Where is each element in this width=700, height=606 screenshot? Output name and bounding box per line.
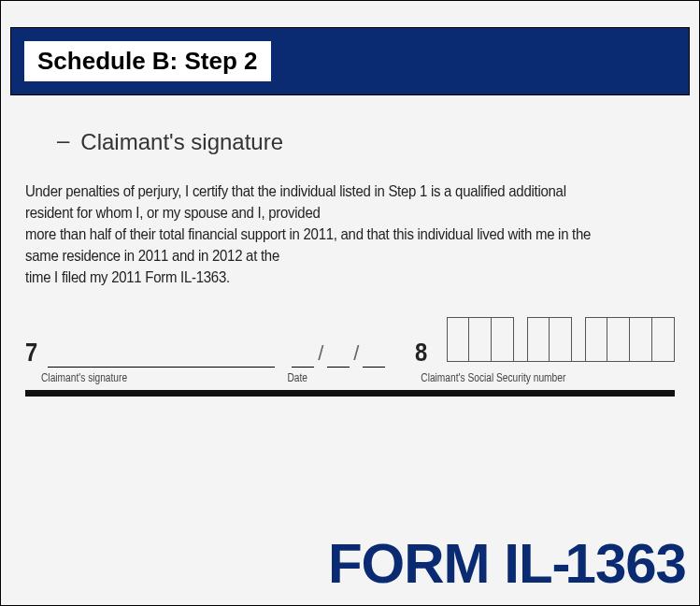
date-field[interactable]: / / [290,341,387,368]
thick-rule [25,390,675,397]
footer-text-a: FORM IL [328,532,552,595]
line-number-7: 7 [25,338,37,368]
ssn-digit[interactable] [607,317,630,362]
label-signature: Claimant's signature [41,371,288,384]
ssn-digit[interactable] [447,317,469,362]
date-separator: / [318,341,323,366]
date-segment[interactable] [292,341,314,368]
ssn-digit[interactable] [585,317,607,362]
form-excerpt: Under penalties of perjury, I certify th… [25,181,675,397]
ssn-digit[interactable] [469,317,492,362]
header-title-box: Schedule B: Step 2 [24,41,271,81]
footer-text-c: 1363 [565,532,686,595]
bullet-dash: – [57,129,69,152]
cert-line-3: time I filed my 2011 Form IL-1363. [25,267,597,289]
bullet-text: Claimant's signature [80,129,283,155]
labels-row: Claimant's signature Date Claimant's Soc… [25,371,578,384]
slide-header: Schedule B: Step 2 [10,27,690,95]
fields-row: 7 / / 8 [25,323,675,368]
ssn-digit[interactable] [652,317,675,362]
ssn-digit[interactable] [527,317,550,362]
cert-line-1: Under penalties of perjury, I certify th… [25,181,597,224]
ssn-digit[interactable] [550,317,572,362]
cert-line-2: more than half of their total financial … [25,224,597,267]
label-date: Date [288,371,376,384]
ssn-field[interactable] [447,317,675,362]
ssn-digit[interactable] [630,317,652,362]
line-number-8: 8 [415,338,427,368]
footer-dash: - [552,532,565,595]
ssn-gap [572,317,585,362]
footer-title: FORM IL-1363 [328,531,686,596]
certification-text: Under penalties of perjury, I certify th… [25,181,597,289]
header-title: Schedule B: Step 2 [37,47,258,75]
date-segment[interactable] [327,341,350,368]
ssn-gap [514,317,527,362]
signature-line[interactable] [48,341,276,368]
label-ssn: Claimant's Social Security number [421,371,565,384]
bullet-row: – Claimant's signature [57,129,699,155]
date-segment[interactable] [363,341,385,368]
date-separator: / [353,341,359,366]
ssn-digit[interactable] [492,317,514,362]
